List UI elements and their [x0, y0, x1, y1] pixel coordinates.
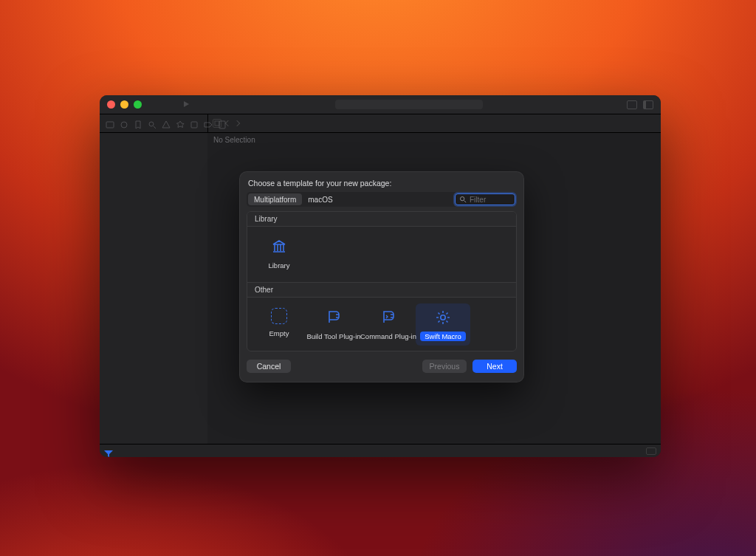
editor-tab-bar — [207, 114, 661, 132]
template-command-plugin[interactable]: Command Plug-in — [361, 303, 416, 346]
navigator-tabs — [100, 114, 207, 132]
navigator-sidebar — [100, 133, 207, 444]
debug-area-toggle[interactable] — [646, 447, 656, 455]
svg-point-2 — [149, 122, 154, 126]
related-items-button[interactable] — [213, 119, 221, 128]
template-build-tool-plugin[interactable]: Build Tool Plug-in — [306, 303, 361, 346]
svg-point-1 — [121, 122, 127, 128]
group-body-library: Library — [247, 227, 516, 283]
plug-command-icon — [379, 308, 398, 327]
group-header-library: Library — [247, 212, 516, 227]
minimize-window-button[interactable] — [120, 100, 128, 109]
library-icon — [269, 237, 289, 256]
debug-navigator-icon[interactable] — [190, 119, 199, 128]
find-navigator-icon[interactable] — [148, 119, 157, 128]
platform-tab-bar: Multiplatform macOS — [247, 192, 517, 207]
sheet-footer: Cancel Previous Next — [247, 357, 517, 375]
filter-field[interactable] — [455, 193, 515, 205]
cancel-button[interactable]: Cancel — [247, 360, 291, 373]
svg-rect-5 — [215, 121, 219, 126]
window-controls — [107, 100, 142, 109]
group-body-other: Empty Build Tool Plug-in Command Plug-in… — [247, 298, 516, 351]
status-bar — [100, 444, 661, 457]
navigator-bar — [100, 114, 661, 133]
empty-icon — [271, 308, 287, 324]
sheet-title: Choose a template for your new package: — [247, 179, 517, 188]
titlebar-center — [196, 100, 622, 109]
project-navigator-icon[interactable] — [106, 119, 114, 128]
nav-forward-icon[interactable] — [234, 120, 240, 126]
next-button[interactable]: Next — [472, 360, 517, 373]
previous-button[interactable]: Previous — [422, 360, 467, 373]
filter-icon[interactable] — [104, 447, 113, 455]
template-library[interactable]: Library — [252, 233, 306, 275]
template-label: Command Plug-in — [356, 332, 421, 341]
svg-rect-0 — [106, 122, 114, 128]
svg-point-7 — [441, 315, 445, 320]
filter-input[interactable] — [470, 196, 563, 204]
titlebar-right — [627, 100, 653, 109]
group-header-other: Other — [247, 283, 516, 298]
zoom-window-button[interactable] — [134, 100, 142, 109]
issue-navigator-icon[interactable] — [162, 119, 171, 128]
template-list: Library Library Other Empty Build Tool P… — [247, 211, 517, 351]
plug-icon — [324, 308, 343, 327]
run-button[interactable] — [182, 98, 190, 111]
breakpoint-navigator-icon[interactable] — [204, 119, 213, 128]
new-package-sheet: Choose a template for your new package: … — [239, 171, 524, 382]
template-label: Empty — [265, 329, 294, 338]
template-swift-macro[interactable]: Swift Macro — [416, 303, 470, 346]
library-button[interactable] — [627, 100, 637, 109]
test-navigator-icon[interactable] — [176, 119, 185, 128]
svg-rect-3 — [191, 122, 197, 128]
filter-icon — [459, 193, 467, 206]
no-selection-label: No Selection — [213, 136, 255, 144]
activity-viewer[interactable] — [335, 100, 483, 109]
bookmark-navigator-icon[interactable] — [134, 119, 142, 128]
source-control-navigator-icon[interactable] — [120, 119, 128, 128]
titlebar — [100, 95, 661, 114]
template-label: Library — [264, 261, 294, 270]
template-empty[interactable]: Empty — [252, 303, 306, 346]
gear-icon — [433, 308, 453, 327]
close-window-button[interactable] — [107, 100, 115, 109]
template-label: Swift Macro — [420, 332, 466, 341]
svg-point-6 — [461, 197, 464, 201]
tab-macos[interactable]: macOS — [302, 193, 338, 205]
inspectors-toggle[interactable] — [643, 100, 653, 109]
tab-multiplatform[interactable]: Multiplatform — [248, 193, 302, 205]
